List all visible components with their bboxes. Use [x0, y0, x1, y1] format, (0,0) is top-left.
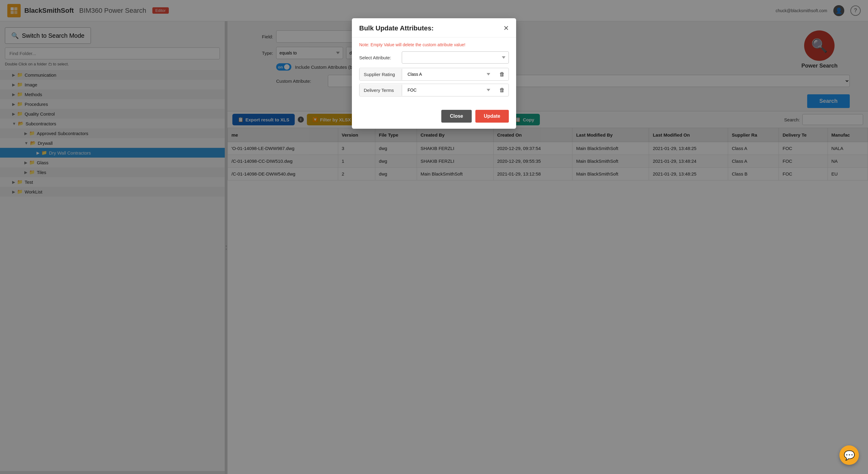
modal-body: Note: Empty Value will delete the custom…	[352, 37, 516, 106]
select-attribute-row: Select Attribute:	[359, 52, 509, 64]
chat-bubble[interactable]: 💬	[839, 445, 859, 465]
select-attr-label: Select Attribute:	[359, 55, 399, 60]
delete-delivery-terms-button[interactable]: 🗑	[496, 87, 508, 93]
attr-row-delivery-terms-label: Delivery Terms	[360, 85, 402, 96]
attr-row-delivery-terms: Delivery Terms FOC DDP CIF EXW 🗑	[359, 84, 509, 96]
bulk-update-modal: Bulk Update Attributes: ✕ Note: Empty Va…	[352, 18, 516, 129]
supplier-rating-value-select[interactable]: Class A Class B Class C	[404, 68, 493, 80]
modal-title: Bulk Update Attributes:	[359, 24, 434, 32]
modal-footer: Close Update	[352, 106, 516, 129]
attribute-rows: Supplier Rating Class A Class B Class C …	[359, 68, 509, 96]
attr-row-supplier-rating-label: Supplier Rating	[360, 69, 402, 80]
close-modal-button[interactable]: Close	[441, 110, 472, 123]
chat-icon: 💬	[844, 450, 855, 461]
modal-note: Note: Empty Value will delete the custom…	[359, 42, 509, 47]
update-modal-button[interactable]: Update	[475, 110, 509, 123]
attr-row-supplier-rating: Supplier Rating Class A Class B Class C …	[359, 68, 509, 81]
modal-close-button[interactable]: ✕	[503, 25, 509, 32]
attribute-select[interactable]	[402, 52, 509, 64]
delete-supplier-rating-button[interactable]: 🗑	[496, 71, 508, 78]
modal-overlay[interactable]: Bulk Update Attributes: ✕ Note: Empty Va…	[0, 0, 868, 474]
modal-header: Bulk Update Attributes: ✕	[352, 18, 516, 37]
delivery-terms-value-select[interactable]: FOC DDP CIF EXW	[404, 84, 493, 96]
